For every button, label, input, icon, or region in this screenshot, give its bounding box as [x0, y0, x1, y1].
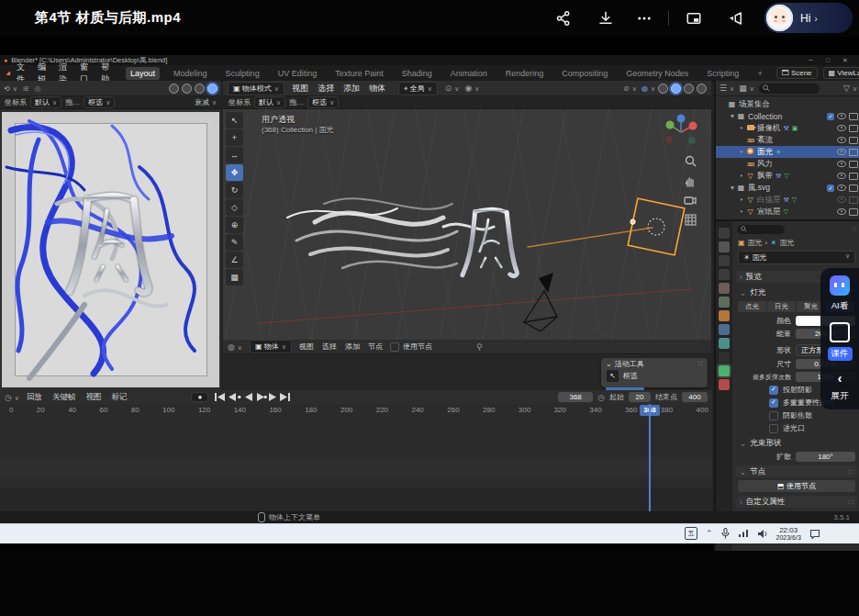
snap-icon[interactable]: ⊞ — [23, 84, 29, 93]
orientation-value[interactable]: 默认∨ — [30, 96, 61, 108]
render-visibility-icon[interactable] — [849, 161, 858, 168]
move-tool-inactive[interactable]: ↔ — [226, 147, 243, 163]
visibility-eye-icon[interactable] — [837, 185, 846, 191]
render-visibility-icon[interactable] — [849, 125, 858, 132]
disclosure-icon[interactable]: ‣ — [738, 125, 745, 132]
collection-checkbox[interactable]: ✓ — [827, 185, 834, 192]
timeline-channels[interactable] — [0, 417, 712, 511]
viewlayer-tab-icon[interactable] — [719, 269, 730, 280]
visibility-eye-icon[interactable] — [837, 137, 846, 143]
shading-rendered-icon[interactable] — [207, 84, 218, 94]
courseware-label[interactable]: 课件 — [828, 347, 853, 361]
visibility-eye-icon[interactable] — [837, 173, 846, 179]
outliner-filter-icon[interactable]: ▦∨ — [739, 84, 754, 93]
workspace-tab[interactable]: Geometry Nodes — [621, 67, 693, 80]
outliner-row[interactable]: ▦场景集合 — [716, 98, 859, 110]
workspace-tab[interactable]: Layout — [126, 67, 160, 80]
render-visibility-icon[interactable] — [849, 137, 858, 144]
tray-chevron-icon[interactable]: ⌃ — [706, 529, 713, 538]
speaker-icon[interactable] — [757, 529, 768, 539]
workspace-tab[interactable]: Texture Paint — [330, 67, 388, 80]
shader-type-dropdown[interactable]: ▣ 物体∨ — [250, 340, 292, 353]
select-tool[interactable]: ↖ — [226, 112, 243, 129]
visibility-eye-icon[interactable] — [837, 161, 846, 167]
outliner-row[interactable]: 333紊流 — [716, 134, 859, 146]
vp-shading-wireframe-icon[interactable] — [658, 84, 668, 94]
spread-field[interactable]: 180° — [796, 452, 855, 462]
render-visibility-icon[interactable] — [849, 173, 858, 180]
modifier-tab-icon[interactable] — [719, 324, 730, 335]
xray-toggle[interactable]: ◍∨ — [641, 84, 655, 93]
proportional-edit-icon[interactable]: ◉∨ — [464, 84, 479, 93]
timeline-editor-type-icon[interactable]: ◷∨ — [5, 393, 19, 402]
drag-value[interactable]: 框选∨ — [84, 96, 115, 108]
share-icon[interactable] — [554, 10, 573, 27]
outliner-row[interactable]: ▼▦風.svg✓ — [716, 182, 859, 194]
scene-selector[interactable]: 🗔 Scene — [776, 67, 818, 79]
ai-watch-label[interactable]: AI看 — [831, 300, 848, 312]
shading-material-icon[interactable] — [195, 84, 205, 94]
vp-shading-rendered-icon[interactable] — [697, 84, 707, 94]
playback-controls[interactable] — [214, 392, 291, 402]
viewport-menu-item[interactable]: 添加 — [343, 83, 360, 95]
breadcrumb-object[interactable]: 面光 — [748, 238, 763, 248]
cursor-tool[interactable]: + — [226, 129, 243, 146]
overlays-dropdown[interactable]: ⊘∨ — [623, 84, 637, 93]
light-type-button[interactable]: 点光 — [738, 301, 766, 312]
disclosure-icon[interactable]: ‣ — [738, 196, 745, 204]
viewport-menu-item[interactable]: 视图 — [292, 83, 308, 95]
timeline-editor[interactable]: ◷∨ 回放关键帧视图标记 ● 368 ◷ 起始 20 结束点 400 — [0, 390, 712, 511]
viewlayer-selector[interactable]: ▦ ViewLayer — [823, 67, 859, 79]
download-icon[interactable] — [597, 10, 615, 27]
funnel-filter-icon[interactable]: ▽∨ — [843, 84, 857, 93]
render-visibility-icon[interactable] — [849, 149, 858, 156]
outliner-search[interactable] — [759, 84, 820, 94]
add-cube-tool[interactable]: ▦ — [226, 269, 243, 286]
proportional-icon[interactable]: ◎ — [35, 84, 41, 93]
timeline-menu-item[interactable]: 视图 — [85, 392, 101, 403]
output-tab-icon[interactable] — [719, 255, 730, 266]
physics-tab-icon[interactable] — [719, 338, 730, 349]
scene-tab-icon[interactable] — [719, 283, 730, 294]
visibility-eye-icon[interactable] — [837, 149, 846, 155]
workspace-tab[interactable]: Rendering — [501, 67, 549, 80]
workspace-tab[interactable]: + — [753, 67, 766, 80]
checkbox-row[interactable]: 阴影焦散 — [769, 410, 855, 420]
vp-shading-material-icon[interactable] — [684, 84, 694, 94]
disclosure-icon[interactable]: ‣ — [738, 173, 745, 180]
courseware-icon[interactable] — [830, 322, 850, 342]
gizmo-dropdown[interactable]: ⟲∨ — [4, 84, 17, 93]
end-field[interactable]: 400 — [682, 392, 708, 402]
render-tab-icon[interactable] — [719, 241, 730, 252]
material-tab-icon[interactable] — [719, 379, 730, 390]
vp-shading-solid-icon[interactable] — [671, 84, 681, 94]
more-icon[interactable] — [635, 10, 653, 27]
use-nodes-checkbox[interactable]: 使用节点 — [390, 342, 432, 352]
disclosure-icon[interactable]: ‣ — [738, 208, 745, 216]
blender-menu-icon[interactable]: ◕ — [6, 68, 11, 78]
move-tool[interactable]: ✥ — [226, 164, 243, 181]
light-type-button[interactable]: 日光 — [767, 301, 796, 312]
cast-icon[interactable] — [727, 10, 745, 27]
outliner-row[interactable]: ‣面光☀ — [716, 146, 859, 158]
disclosure-icon[interactable]: ▼ — [729, 113, 736, 119]
active-tool-panel[interactable]: ⌄ 活动工具 ∷ ↖ 框选 — [601, 358, 708, 387]
outliner-display-dropdown[interactable]: ☰∨ — [720, 84, 734, 93]
object-tab-icon[interactable] — [719, 310, 730, 321]
collapse-icon[interactable]: ⌄ — [606, 360, 612, 368]
shader-menu-item[interactable]: 视图 — [299, 342, 314, 352]
falloff-dropdown[interactable]: 衰减∨ — [195, 97, 217, 107]
mode-dropdown[interactable]: ▣ 物体模式∨ — [228, 82, 284, 95]
annotate-tool[interactable]: ✎ — [226, 234, 243, 251]
viewport-menu-item[interactable]: 物体 — [369, 83, 385, 95]
pin-icon[interactable]: ⚲ — [476, 342, 483, 352]
left-viewport[interactable]: ⟲∨ ⊞ ◎ 坐标系 默认∨ 拖… 框选∨ 衰减∨ — [0, 81, 221, 390]
constraints-tab-icon[interactable] — [719, 352, 730, 363]
light-name-field[interactable]: ☀ 面光∨ — [738, 251, 855, 264]
viewport-menu-item[interactable]: 选择 — [318, 83, 334, 95]
collection-checkbox[interactable]: ✓ — [827, 113, 834, 120]
pip-icon[interactable] — [685, 10, 703, 27]
outliner-row[interactable]: ‣▽飘带⚒▽ — [716, 170, 859, 182]
outliner-row[interactable]: ‣▽宣纸层▽ — [716, 206, 859, 218]
workspace-tab[interactable]: Shading — [397, 67, 437, 80]
